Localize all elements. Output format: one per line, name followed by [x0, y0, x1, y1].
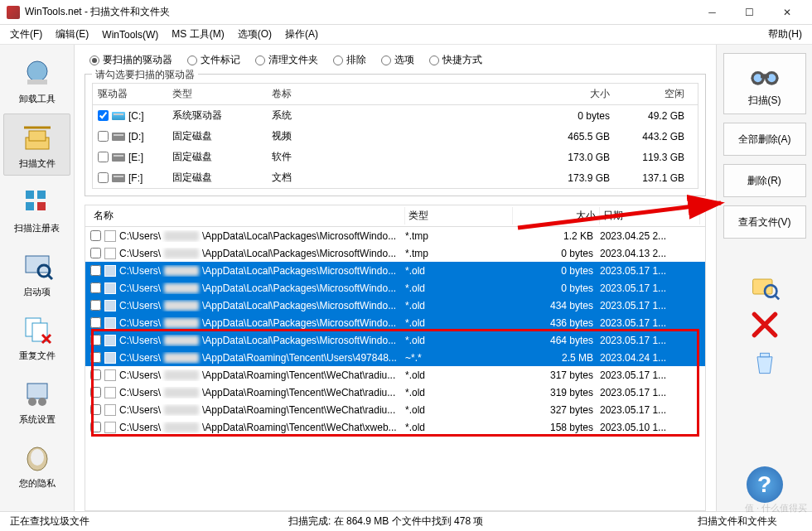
redacted-text: [164, 231, 199, 241]
file-row[interactable]: C:\Users\\AppData\Local\Packages\Microso…: [85, 314, 705, 331]
radio-icon: [187, 56, 197, 65]
file-checkbox[interactable]: [90, 230, 101, 241]
file-checkbox[interactable]: [90, 404, 101, 415]
menu-help[interactable]: 帮助(H): [761, 26, 809, 43]
sidebar-item-5[interactable]: 系统设置: [3, 370, 70, 431]
redacted-text: [164, 301, 199, 311]
file-row[interactable]: C:\Users\\AppData\Local\Packages\Microso…: [85, 262, 705, 279]
statusbar: 正在查找垃圾文件 扫描完成: 在 864.9 MB 个文件中找到 478 项 扫…: [0, 511, 812, 531]
file-row[interactable]: C:\Users\\AppData\Roaming\Tencent\WeChat…: [85, 418, 705, 436]
drive-checkbox[interactable]: [98, 131, 109, 142]
file-checkbox[interactable]: [90, 317, 101, 328]
file-checkbox[interactable]: [90, 265, 101, 276]
file-row[interactable]: C:\Users\\AppData\Local\Packages\Microso…: [85, 244, 705, 262]
scan-registry-icon: [21, 186, 54, 219]
sidebar-item-0[interactable]: 卸载工具: [3, 50, 70, 110]
svg-rect-5: [37, 191, 46, 199]
file-icon: [104, 369, 116, 381]
sidebar-item-4[interactable]: 重复文件: [3, 307, 70, 367]
drive-icon: [112, 153, 125, 162]
svg-rect-1: [27, 80, 47, 84]
sidebar-item-1[interactable]: 扫描文件: [3, 113, 70, 176]
svg-rect-7: [37, 202, 46, 210]
tab-1[interactable]: 文件标记: [187, 53, 240, 67]
svg-rect-4: [26, 191, 34, 199]
status-right: 扫描文件和文件夹: [698, 514, 802, 529]
recycle-bin-icon[interactable]: [750, 348, 780, 378]
duplicates-icon: [21, 313, 54, 346]
file-checkbox[interactable]: [90, 282, 101, 293]
menu-wintools[interactable]: WinTools(W): [95, 27, 165, 42]
close-button[interactable]: ✕: [768, 1, 805, 24]
file-icon: [104, 404, 116, 416]
menu-edit[interactable]: 编辑(E): [49, 26, 95, 43]
menubar: 文件(F) 编辑(E) WinTools(W) MS 工具(M) 选项(O) 操…: [0, 25, 812, 45]
tab-4[interactable]: 选项: [381, 53, 414, 67]
delete-x-icon[interactable]: [750, 310, 780, 340]
maximize-button[interactable]: ☐: [731, 1, 768, 24]
file-row[interactable]: C:\Users\\AppData\Local\Packages\Microso…: [85, 297, 705, 314]
drive-row[interactable]: [D:] 固定磁盘 视频 465.5 GB 443.2 GB: [93, 126, 698, 147]
menu-mstools[interactable]: MS 工具(M): [165, 26, 230, 43]
delete-all-button[interactable]: 全部删除(A): [723, 123, 806, 156]
file-icon: [104, 248, 116, 259]
file-checkbox[interactable]: [90, 387, 101, 398]
file-checkbox[interactable]: [90, 422, 101, 432]
drive-icon: [112, 112, 125, 120]
file-row[interactable]: C:\Users\\AppData\Local\Packages\Microso…: [85, 279, 705, 297]
svg-rect-3: [29, 131, 46, 141]
menu-file[interactable]: 文件(F): [3, 26, 49, 43]
tab-5[interactable]: 快捷方式: [429, 53, 482, 67]
delete-button[interactable]: 删除(R): [723, 164, 806, 197]
drive-row[interactable]: [F:] 固定磁盘 文档 173.9 GB 137.1 GB: [93, 167, 698, 188]
drive-icon: [112, 133, 125, 141]
file-row[interactable]: C:\Users\\AppData\Roaming\Tencent\Users\…: [85, 349, 705, 366]
sidebar-item-2[interactable]: 扫描注册表: [3, 179, 70, 239]
radio-icon: [429, 56, 439, 65]
file-row[interactable]: C:\Users\\AppData\Local\Packages\Microso…: [85, 331, 705, 349]
drive-checkbox[interactable]: [98, 152, 109, 162]
radio-icon: [333, 56, 343, 65]
file-row[interactable]: C:\Users\\AppData\Roaming\Tencent\WeChat…: [85, 366, 705, 384]
sidebar-item-6[interactable]: 您的隐私: [3, 434, 70, 495]
groupbox-legend: 请勾选要扫描的驱动器: [92, 68, 198, 82]
tab-2[interactable]: 清理文件夹: [255, 53, 318, 67]
file-row[interactable]: C:\Users\\AppData\Roaming\Tencent\WeChat…: [85, 384, 705, 401]
file-checkbox[interactable]: [90, 352, 101, 363]
folder-search-icon[interactable]: [750, 272, 780, 302]
help-icon[interactable]: ?: [747, 466, 783, 503]
svg-point-14: [28, 398, 36, 406]
titlebar: WinTools.net - 扫描文件和文件夹 ─ ☐ ✕: [0, 0, 812, 25]
svg-line-25: [774, 295, 778, 299]
drive-checkbox[interactable]: [98, 110, 109, 121]
scan-files-icon: [21, 121, 54, 154]
radio-icon: [255, 56, 265, 65]
tab-0[interactable]: 要扫描的驱动器: [89, 53, 172, 67]
svg-rect-6: [26, 202, 34, 210]
drive-row[interactable]: [E:] 固定磁盘 软件 173.0 GB 119.3 GB: [93, 147, 698, 167]
file-checkbox[interactable]: [90, 248, 101, 258]
minimize-button[interactable]: ─: [694, 1, 731, 24]
menu-actions[interactable]: 操作(A): [278, 26, 325, 43]
file-checkbox[interactable]: [90, 300, 101, 311]
menu-options[interactable]: 选项(O): [231, 26, 278, 43]
redacted-text: [164, 370, 199, 380]
sidebar-item-3[interactable]: 启动项: [3, 243, 70, 303]
file-row[interactable]: C:\Users\\AppData\Local\Packages\Microso…: [85, 227, 705, 244]
file-row[interactable]: C:\Users\\AppData\Roaming\Tencent\WeChat…: [85, 401, 705, 418]
drive-checkbox[interactable]: [98, 172, 109, 183]
file-checkbox[interactable]: [90, 369, 101, 380]
file-list-header: 名称 类型 大小 日期: [85, 205, 705, 227]
drive-row[interactable]: [C:] 系统驱动器 系统 0 bytes 49.2 GB: [93, 105, 698, 126]
svg-point-0: [27, 61, 47, 81]
file-icon: [104, 300, 116, 311]
startup-icon: [21, 249, 54, 282]
radio-icon: [89, 56, 99, 65]
redacted-text: [164, 335, 199, 345]
scan-button[interactable]: 扫描(S): [723, 53, 806, 114]
tab-3[interactable]: 排除: [333, 53, 366, 67]
redacted-text: [164, 405, 199, 415]
redacted-text: [164, 353, 199, 363]
view-file-button[interactable]: 查看文件(V): [723, 205, 806, 239]
file-checkbox[interactable]: [90, 335, 101, 345]
